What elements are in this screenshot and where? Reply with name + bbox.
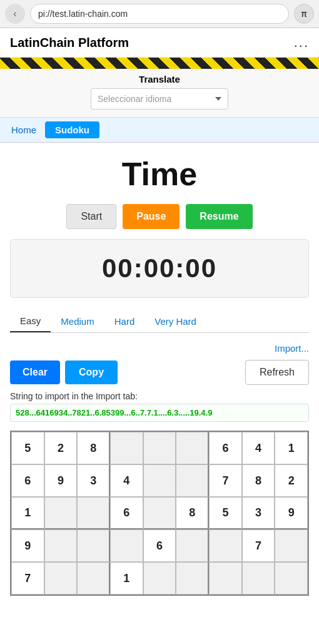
cell-0-5[interactable] bbox=[176, 432, 209, 464]
tab-medium[interactable]: Medium bbox=[51, 310, 104, 332]
pi-icon[interactable]: π bbox=[294, 4, 314, 24]
cell-2-0[interactable]: 1 bbox=[11, 497, 44, 529]
refresh-button[interactable]: Refresh bbox=[245, 360, 309, 385]
cell-1-0[interactable]: 6 bbox=[11, 464, 44, 497]
pause-button[interactable]: Pause bbox=[123, 204, 180, 229]
sudoku-row: 9 6 7 bbox=[11, 529, 308, 562]
main-content: Time Start Pause Resume 00:00:00 Easy Me… bbox=[0, 143, 319, 606]
menu-dots-button[interactable]: ... bbox=[294, 34, 309, 51]
cell-0-4[interactable] bbox=[143, 432, 176, 464]
cell-3-4[interactable]: 6 bbox=[143, 529, 176, 562]
nav-bar: Home Sudoku bbox=[0, 118, 319, 143]
cell-3-8[interactable] bbox=[275, 529, 308, 562]
cell-3-5[interactable] bbox=[176, 529, 209, 562]
start-button[interactable]: Start bbox=[66, 204, 116, 229]
timer-controls: Start Pause Resume bbox=[10, 204, 309, 229]
cell-2-6[interactable]: 5 bbox=[209, 497, 242, 529]
translate-section: Translate Seleccionar idioma bbox=[0, 69, 319, 118]
cell-0-8[interactable]: 1 bbox=[275, 432, 308, 464]
cell-4-7[interactable] bbox=[242, 562, 275, 595]
language-select[interactable]: Seleccionar idioma bbox=[91, 88, 228, 110]
cell-0-6[interactable]: 6 bbox=[209, 432, 242, 464]
clear-button[interactable]: Clear bbox=[10, 360, 60, 384]
import-string-value: 528...6416934..7821..6.85399...6..7.7.1.… bbox=[10, 404, 309, 422]
cell-3-3[interactable] bbox=[110, 529, 143, 562]
cell-1-2[interactable]: 3 bbox=[77, 464, 110, 497]
cell-4-1[interactable] bbox=[44, 562, 78, 595]
cell-4-4[interactable] bbox=[143, 562, 176, 595]
action-row: Clear Copy Refresh bbox=[10, 360, 309, 385]
cell-2-8[interactable]: 9 bbox=[275, 497, 308, 529]
cell-0-7[interactable]: 4 bbox=[242, 432, 275, 464]
cell-2-5[interactable]: 8 bbox=[176, 497, 209, 529]
cell-3-7[interactable]: 7 bbox=[242, 529, 275, 562]
cell-4-6[interactable] bbox=[209, 562, 242, 595]
cell-4-0[interactable]: 7 bbox=[11, 562, 44, 595]
site-title: LatinChain Platform bbox=[10, 36, 129, 50]
sudoku-row: 5 2 8 6 4 1 bbox=[11, 432, 308, 464]
cell-4-2[interactable] bbox=[77, 562, 110, 595]
cell-4-5[interactable] bbox=[176, 562, 209, 595]
tab-easy[interactable]: Easy bbox=[10, 310, 51, 332]
cell-2-3[interactable]: 6 bbox=[110, 497, 143, 529]
cell-1-4[interactable] bbox=[143, 464, 176, 497]
cell-0-1[interactable]: 2 bbox=[44, 432, 78, 464]
cell-1-5[interactable] bbox=[176, 464, 209, 497]
cell-3-2[interactable] bbox=[77, 529, 110, 562]
cell-3-0[interactable]: 9 bbox=[11, 529, 44, 562]
cell-4-3[interactable]: 1 bbox=[110, 562, 143, 595]
cell-0-2[interactable]: 8 bbox=[77, 432, 110, 464]
cell-2-4[interactable] bbox=[143, 497, 176, 529]
cell-3-6[interactable] bbox=[209, 529, 242, 562]
action-left: Clear Copy bbox=[10, 360, 118, 384]
resume-button[interactable]: Resume bbox=[186, 204, 252, 229]
cell-1-7[interactable]: 8 bbox=[242, 464, 275, 497]
cell-3-1[interactable] bbox=[44, 529, 78, 562]
site-header: LatinChain Platform ... bbox=[0, 28, 319, 58]
cell-2-1[interactable] bbox=[44, 497, 78, 529]
cell-0-3[interactable] bbox=[110, 432, 143, 464]
copy-button[interactable]: Copy bbox=[65, 360, 118, 384]
warning-stripe bbox=[0, 58, 319, 69]
cell-2-2[interactable] bbox=[77, 497, 110, 529]
url-bar[interactable] bbox=[30, 4, 289, 24]
sudoku-grid: 5 2 8 6 4 1 6 9 3 4 7 8 2 1 6 8 bbox=[10, 431, 309, 596]
sudoku-row: 6 9 3 4 7 8 2 bbox=[11, 464, 308, 497]
import-link[interactable]: Import... bbox=[275, 343, 309, 354]
browser-bar: ‹ π bbox=[0, 0, 319, 28]
nav-home-button[interactable]: Home bbox=[8, 122, 40, 138]
difficulty-tabs: Easy Medium Hard Very Hard bbox=[10, 310, 309, 333]
cell-1-3[interactable]: 4 bbox=[110, 464, 143, 497]
tab-hard[interactable]: Hard bbox=[104, 310, 145, 332]
nav-sudoku-button[interactable]: Sudoku bbox=[45, 121, 99, 138]
timer-display: 00:00:00 bbox=[10, 239, 309, 298]
import-row: Import... bbox=[10, 343, 309, 354]
back-button[interactable]: ‹ bbox=[5, 4, 25, 24]
cell-1-6[interactable]: 7 bbox=[209, 464, 242, 497]
cell-1-1[interactable]: 9 bbox=[44, 464, 78, 497]
sudoku-row: 1 6 8 5 3 9 bbox=[11, 497, 308, 529]
cell-0-0[interactable]: 5 bbox=[11, 432, 44, 464]
time-heading: Time bbox=[10, 155, 309, 193]
tab-very-hard[interactable]: Very Hard bbox=[144, 310, 206, 332]
sudoku-row: 7 1 bbox=[11, 562, 308, 595]
translate-label: Translate bbox=[139, 74, 180, 84]
import-string-label: String to import in the Import tab: bbox=[10, 391, 309, 401]
cell-4-8[interactable] bbox=[275, 562, 308, 595]
cell-2-7[interactable]: 3 bbox=[242, 497, 275, 529]
cell-1-8[interactable]: 2 bbox=[275, 464, 308, 497]
